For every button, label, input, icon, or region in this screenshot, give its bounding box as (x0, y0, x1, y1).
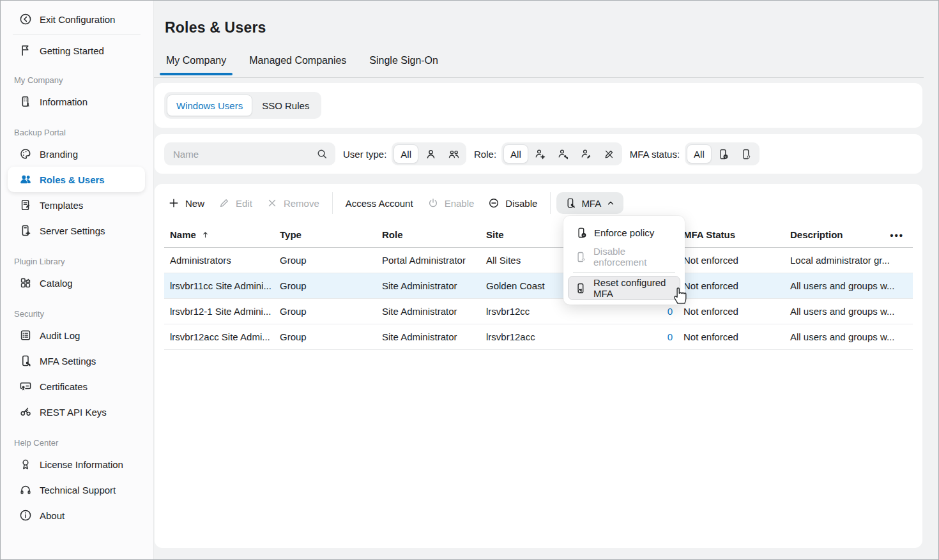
table-row[interactable]: lrsvbr12acc Site Admi... Group Site Admi… (164, 324, 913, 350)
search-input[interactable] (172, 148, 316, 160)
main-content: Roles & Users My Company Managed Compani… (154, 0, 939, 560)
role-label: Role: (474, 149, 496, 160)
mfa-dropdown-menu: Enforce policy Disable enforcement Reset… (563, 216, 685, 305)
company-building-icon (19, 95, 32, 108)
certificate-icon (19, 380, 32, 393)
sidebar-item-label: Certificates (40, 381, 88, 392)
menu-item-enforce-policy[interactable]: Enforce policy (568, 220, 680, 245)
access-account-button[interactable]: Access Account (339, 193, 420, 214)
role-all-button[interactable]: All (503, 144, 528, 163)
new-button[interactable]: New (161, 192, 211, 214)
exit-configuration-label: Exit Configuration (40, 14, 115, 25)
sidebar-item-information[interactable]: Information (0, 89, 153, 114)
disable-button[interactable]: Disable (481, 192, 544, 214)
site-administrator-role-icon[interactable] (576, 144, 597, 163)
cell-type: Group (274, 255, 376, 266)
mfa-enforced-filter-icon[interactable] (713, 144, 735, 163)
phone-x-icon (575, 250, 587, 263)
portal-operator-role-icon[interactable] (553, 144, 574, 163)
mfa-menu-button[interactable]: MFA (556, 192, 623, 214)
mfa-not-enforced-filter-icon[interactable] (736, 144, 758, 163)
sidebar-item-about[interactable]: About (0, 503, 153, 528)
windows-users-toggle[interactable]: Windows Users (167, 95, 252, 116)
sidebar-item-label: License Information (40, 459, 123, 470)
readonly-user-role-icon[interactable] (599, 144, 620, 163)
users-icon (19, 173, 32, 186)
single-user-filter-icon[interactable] (420, 144, 441, 163)
sidebar-item-audit-log[interactable]: Audit Log (0, 322, 153, 348)
user-group-filter-icon[interactable] (443, 144, 464, 163)
column-header-name[interactable]: Name (170, 229, 196, 240)
cell-mfa-status: Not enforced (678, 331, 784, 342)
column-header-type[interactable]: Type (274, 229, 376, 240)
x-icon (266, 197, 278, 209)
plus-icon (168, 197, 179, 209)
column-options-button[interactable]: ••• (890, 230, 904, 241)
cell-name: lrsvbr12-1 Site Admini... (164, 306, 274, 317)
sidebar-item-mfa-settings[interactable]: MFA Settings (0, 348, 153, 374)
chevron-up-icon (606, 199, 615, 208)
sidebar-item-branding[interactable]: Branding (0, 141, 153, 167)
user-type-label: User type: (343, 149, 386, 160)
sidebar-item-label: Server Settings (40, 225, 105, 236)
palette-icon (19, 148, 32, 160)
phone-key-icon (565, 197, 576, 209)
menu-item-disable-enforcement[interactable]: Disable enforcement (568, 245, 680, 269)
sidebar-item-label: Technical Support (40, 485, 116, 496)
chevron-left-circle-icon (19, 13, 32, 26)
sidebar-section-plugin-library: Plugin Library (0, 243, 153, 270)
pencil-icon (218, 197, 230, 209)
cell-count[interactable]: 0 (583, 331, 678, 342)
table-row-selected[interactable]: lrsvbr11cc Site Admini... Group Site Adm… (164, 273, 913, 299)
edit-button[interactable]: Edit (211, 192, 259, 214)
tab-my-company[interactable]: My Company (165, 55, 227, 75)
cell-role: Site Administrator (376, 306, 480, 317)
sidebar-item-rest-api-keys[interactable]: REST API Keys (0, 399, 153, 425)
toolbar-divider (550, 192, 551, 214)
cell-description: Local administrator gr... (784, 255, 913, 266)
menu-item-reset-configured-mfa[interactable]: Reset configured MFA (568, 276, 680, 300)
sidebar-item-templates[interactable]: Templates (0, 192, 153, 218)
exit-configuration-button[interactable]: Exit Configuration (0, 8, 153, 31)
sidebar-section-security: Security (0, 296, 153, 322)
user-type-all-button[interactable]: All (393, 144, 418, 163)
name-search-field[interactable] (164, 142, 335, 165)
toolbar-divider (332, 192, 333, 214)
enable-button[interactable]: Enable (420, 192, 482, 214)
column-header-role[interactable]: Role (376, 229, 480, 240)
phone-power-icon (575, 226, 588, 239)
tab-single-sign-on[interactable]: Single Sign-On (368, 55, 439, 75)
role-filter: All (501, 142, 622, 165)
roles-table: Name Type Role Site MFA Status Descripti… (164, 222, 913, 350)
sidebar-section-help-center: Help Center (0, 425, 153, 451)
mouse-cursor (673, 285, 689, 305)
portal-administrator-role-icon[interactable] (530, 144, 551, 163)
mfa-status-all-button[interactable]: All (687, 144, 712, 163)
remove-button[interactable]: Remove (259, 192, 326, 214)
table-row[interactable]: Administrators Group Portal Administrato… (164, 248, 913, 273)
cell-role: Site Administrator (376, 331, 480, 342)
sidebar-item-label: Catalog (40, 278, 73, 289)
catalog-grid-icon (19, 276, 32, 289)
tab-managed-companies[interactable]: Managed Companies (248, 55, 347, 75)
table-row[interactable]: lrsvbr12-1 Site Admini... Group Site Adm… (164, 299, 913, 324)
sidebar-item-getting-started[interactable]: Getting Started (0, 39, 153, 62)
mfa-status-label: MFA status: (630, 149, 680, 160)
power-icon (427, 197, 439, 209)
sidebar-item-license-information[interactable]: License Information (0, 451, 153, 477)
cell-name: lrsvbr11cc Site Admini... (164, 280, 274, 291)
sort-asc-icon[interactable] (201, 231, 210, 239)
template-document-icon (19, 199, 32, 211)
cell-mfa-status: Not enforced (678, 280, 784, 291)
sidebar-item-label: Roles & Users (40, 174, 105, 185)
sidebar-item-label: MFA Settings (40, 356, 96, 367)
sso-rules-toggle[interactable]: SSO Rules (252, 95, 319, 116)
sidebar-item-roles-users[interactable]: Roles & Users (8, 167, 145, 192)
sidebar-item-server-settings[interactable]: Server Settings (0, 218, 153, 243)
sidebar-item-technical-support[interactable]: Technical Support (0, 477, 153, 503)
sidebar-item-catalog[interactable]: Catalog (0, 270, 153, 296)
sidebar-item-certificates[interactable]: Certificates (0, 374, 153, 399)
cell-name: Administrators (164, 255, 274, 266)
cell-count[interactable]: 0 (583, 306, 678, 317)
column-header-mfa-status[interactable]: MFA Status (678, 229, 784, 240)
